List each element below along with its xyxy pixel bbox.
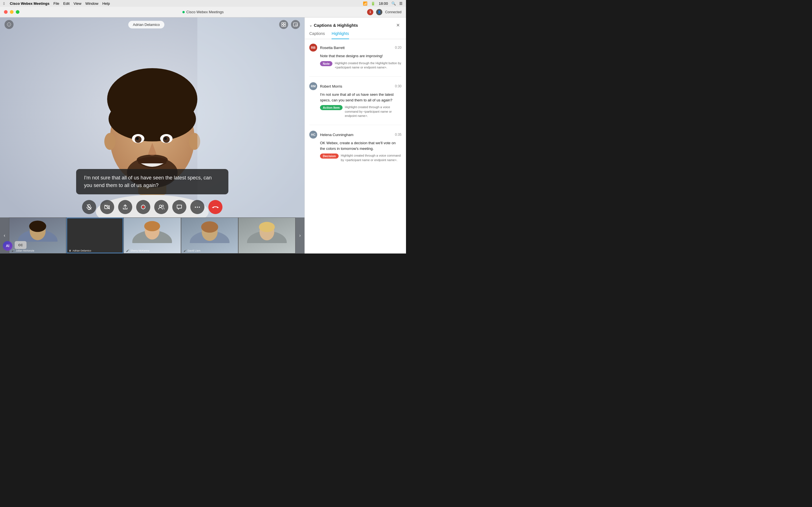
participants-button[interactable] <box>154 200 168 214</box>
svg-point-8 <box>137 155 168 165</box>
info-button[interactable]: i <box>4 20 13 29</box>
badge-rb: Note <box>320 61 333 66</box>
tab-highlights[interactable]: Highlights <box>332 31 349 39</box>
hi-text-rb: Note that these designs are improving! <box>309 53 402 59</box>
svg-point-13 <box>136 137 139 140</box>
info-icon: i <box>7 22 11 26</box>
closed-captions-button[interactable]: CC <box>15 241 27 249</box>
mute-icon <box>87 204 92 210</box>
menu-bar-left:  Cisco Webex Meetings File Edit View Wi… <box>3 1 110 6</box>
thumb-label-3: 🎤 David Liam <box>184 249 236 252</box>
hi-time-hc: 0:35 <box>395 133 402 136</box>
hi-name-rm: Robert Morris <box>320 84 392 89</box>
panel-title-text: Captions & Highlights <box>314 23 358 27</box>
panel-close-button[interactable]: ✕ <box>395 22 402 29</box>
hi-text-rm: I'm not sure that all of us have seen th… <box>309 92 402 103</box>
badge-desc-rb: Highlight created through the Highlight … <box>335 61 402 70</box>
hi-badge-row-hc: Decision Highlight created through a voi… <box>309 154 402 162</box>
thumb-next-button[interactable]: › <box>296 217 305 253</box>
list-icon[interactable]: ☰ <box>399 1 403 6</box>
svg-point-35 <box>162 205 163 207</box>
thumbnail-items: 🎤 Julian McKenzie 🖥 Adrian Delamico <box>9 217 296 253</box>
thumb-icon-2: 🎤 <box>126 249 129 252</box>
video-top-bar: i Adrian Delamico <box>0 17 305 32</box>
app-name-menu[interactable]: Cisco Webex Meetings <box>10 1 50 6</box>
notification-badge: 1 <box>367 9 373 15</box>
hi-header-rb: RB Rosetta Barrett 0:20 <box>309 44 402 52</box>
svg-line-31 <box>105 205 109 209</box>
thumb-label-2: 🎤 Sherry McKenna <box>126 249 178 252</box>
main-layout: i Adrian Delamico <box>0 17 406 253</box>
speaker-name-label: Adrian Delamico <box>128 21 164 29</box>
thumb-label-1: 🖥 Adrian Delamico <box>69 249 121 252</box>
ai-assistant-button[interactable]: AI <box>3 241 12 251</box>
chat-button[interactable] <box>172 200 186 214</box>
caption-text: I'm not sure that all of us have seen th… <box>84 175 212 188</box>
view-menu[interactable]: View <box>73 1 82 6</box>
thumb-name-0: Julian McKenzie <box>16 249 35 252</box>
avatar-initials-hc: HC <box>311 133 315 136</box>
badge-desc-rm: Highlight created through a voice comman… <box>345 105 402 118</box>
control-bar <box>82 200 222 214</box>
avatar-initials-rb: RB <box>311 46 315 49</box>
svg-rect-21 <box>284 22 286 24</box>
thumbnail-item-3[interactable]: 🎤 David Liam <box>181 217 238 253</box>
hi-text-hc: OK Webex, create a decision that we'll v… <box>309 140 402 151</box>
tab-captions[interactable]: Captions <box>309 31 325 39</box>
video-button[interactable] <box>100 200 114 214</box>
svg-point-47 <box>201 221 218 233</box>
caption-bar: I'm not sure that all of us have seen th… <box>76 169 229 194</box>
more-button[interactable] <box>190 200 204 214</box>
hi-time-rb: 0:20 <box>395 46 402 50</box>
hi-time-rm: 0:30 <box>395 84 402 88</box>
record-button[interactable] <box>136 200 150 214</box>
thumbnail-item-1[interactable]: 🖥 Adrian Delamico <box>66 217 123 253</box>
svg-point-41 <box>29 221 46 232</box>
badge-hc: Decision <box>320 154 339 159</box>
svg-point-37 <box>197 207 198 208</box>
file-menu[interactable]: File <box>53 1 59 6</box>
mute-button[interactable] <box>82 200 96 214</box>
avatar-rb: RB <box>309 44 317 52</box>
thumb-person-3 <box>181 218 238 243</box>
highlight-item-rm: RM Robert Morris 0:30 I'm not sure that … <box>309 82 402 118</box>
window-menu[interactable]: Window <box>86 1 98 6</box>
minimize-window-button[interactable] <box>10 10 13 14</box>
avatar-rm: RM <box>309 82 317 90</box>
profile-icon[interactable]: 👤 <box>376 9 382 15</box>
search-icon[interactable]: 🔍 <box>391 1 396 6</box>
layout-button[interactable] <box>279 20 288 29</box>
share-button[interactable] <box>118 200 132 214</box>
hi-header-rm: RM Robert Morris 0:30 <box>309 82 402 90</box>
svg-rect-25 <box>296 24 297 25</box>
svg-point-36 <box>195 207 196 208</box>
chat-icon <box>176 205 182 210</box>
video-top-right-controls <box>279 20 300 29</box>
divider-2 <box>309 125 402 125</box>
participants-icon <box>158 205 164 210</box>
collapse-icon[interactable]: ⌄ <box>309 23 312 27</box>
thumbnail-strip: ‹ 🎤 Julian McKenzie <box>0 217 305 253</box>
thumb-person-0 <box>9 218 66 242</box>
avatar-initials-rm: RM <box>311 84 315 88</box>
traffic-lights <box>4 10 19 14</box>
panel-content: RB Rosetta Barrett 0:20 Note that these … <box>305 39 406 253</box>
avatar-hc: HC <box>309 131 317 138</box>
battery-icon: 🔋 <box>371 1 375 6</box>
thumbnail-item-2[interactable]: 🎤 Sherry McKenna <box>123 217 181 253</box>
svg-point-6 <box>109 96 196 142</box>
pip-button[interactable] <box>291 20 300 29</box>
close-window-button[interactable] <box>4 10 8 14</box>
svg-point-38 <box>199 207 200 208</box>
thumbnail-item-4[interactable] <box>238 217 296 253</box>
edit-menu[interactable]: Edit <box>63 1 69 6</box>
svg-point-50 <box>259 222 274 232</box>
thumbnail-bg-1 <box>66 218 123 253</box>
share-icon <box>122 204 128 210</box>
main-video-bg: i Adrian Delamico <box>0 17 305 253</box>
status-dot-icon <box>183 11 185 13</box>
maximize-window-button[interactable] <box>16 10 19 14</box>
end-call-button[interactable] <box>208 200 222 214</box>
menu-bar:  Cisco Webex Meetings File Edit View Wi… <box>0 0 406 7</box>
help-menu[interactable]: Help <box>102 1 110 6</box>
